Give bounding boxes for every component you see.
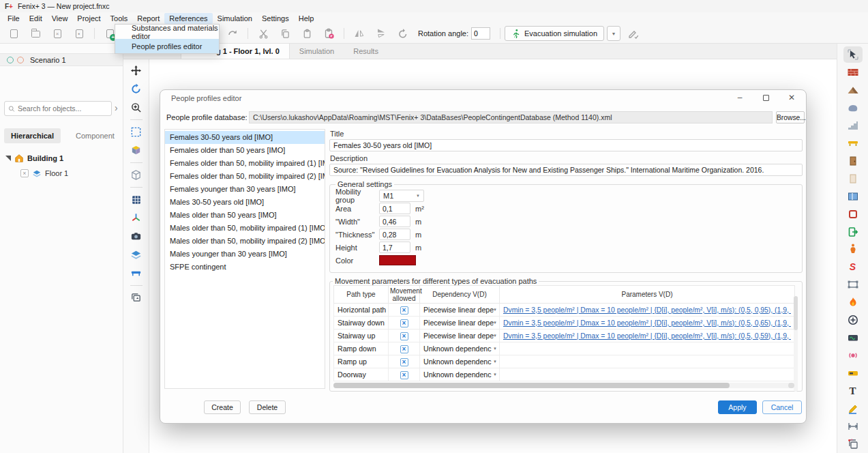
profile-list-item[interactable]: Females older than 50 years [IMO] [165,144,325,157]
axes-icon[interactable] [128,210,145,227]
flip-vertical-icon[interactable] [374,26,389,41]
profile-list-item[interactable]: Females older than 50, mobility impaired… [165,170,325,183]
parameters-link[interactable]: Dvmin = 3,5 people/m² | Dmax = 10 people… [503,332,791,340]
screenshot-icon[interactable] [128,229,145,245]
delete-icon[interactable] [321,26,336,41]
movement-allowed-checkbox[interactable]: × [400,345,408,353]
color-swatch[interactable] [379,255,416,265]
height-field[interactable] [379,242,410,253]
menu-references[interactable]: References [164,13,212,24]
furniture-tool-icon[interactable] [843,135,863,151]
flip-horizontal-icon[interactable] [352,26,367,41]
device-tool-icon[interactable] [843,365,863,381]
dependency-select[interactable]: Unknown dependenc▼ [420,342,500,355]
close-document-icon[interactable]: × [50,26,65,41]
profile-list-item[interactable]: Females older than 50, mobility impaired… [165,157,325,170]
description-field[interactable] [329,164,803,176]
chevron-right-icon[interactable]: › [115,102,118,113]
maximize-icon[interactable] [761,93,770,102]
menu-settings[interactable]: Settings [257,13,294,24]
dependency-select[interactable]: Piecewise linear depe▼ [420,330,500,342]
layers-icon[interactable] [128,247,145,263]
stairway-tool-icon[interactable] [843,117,863,134]
movement-allowed-checkbox[interactable]: × [400,306,408,315]
width-field[interactable] [379,216,410,227]
thickness-field[interactable] [379,229,410,240]
clone-tool-icon[interactable] [843,436,863,452]
dependency-select[interactable]: Piecewise linear depe▼ [420,317,500,330]
furniture-icon[interactable] [128,265,145,282]
window-tool-icon[interactable] [843,188,863,205]
fit-view-icon[interactable] [128,124,145,141]
region-tool-icon[interactable] [843,276,863,293]
tab-hierarchical[interactable]: Hierarchical [4,128,61,143]
notifier-tool-icon[interactable] [843,347,863,364]
open-folder-icon[interactable] [28,26,43,41]
floor-checkbox[interactable]: × [20,169,29,177]
fire-tool-icon[interactable] [843,294,863,310]
tree-item-floor[interactable]: × Floor 1 [20,168,68,179]
evacuation-simulation-button[interactable]: Evacuation simulation [505,26,604,41]
menu-help[interactable]: Help [294,13,319,24]
paste-icon[interactable] [299,26,314,41]
tree-item-building[interactable]: Building 1 [5,153,63,164]
parameters-link[interactable]: Dvmin = 3,5 people/m² | Dmax = 10 people… [503,306,791,314]
simulation-dropdown-button[interactable]: ▼ [607,26,620,41]
tab-simulation[interactable]: Simulation [290,44,344,59]
search-box[interactable] [4,101,112,116]
movement-allowed-checkbox[interactable]: × [400,371,408,379]
area-field[interactable] [379,203,410,214]
menu-view[interactable]: View [47,13,73,24]
dependency-select[interactable]: Unknown dependenc▼ [420,355,500,368]
movement-allowed-checkbox[interactable]: × [400,332,408,340]
profile-list-item[interactable]: SFPE contingent [165,261,325,274]
cut-icon[interactable] [256,26,271,41]
profile-list-item[interactable]: Males older than 50, mobility impaired (… [165,222,325,235]
table-horizontal-scrollbar[interactable] [333,383,794,388]
panels-icon[interactable] [128,290,145,306]
dimension-tool-icon[interactable] [843,418,863,435]
door-tool-icon[interactable] [843,153,863,169]
cube-icon[interactable] [128,143,145,159]
delete-button[interactable]: Delete [249,400,286,414]
scenario-item[interactable]: Scenario 1 [0,53,123,66]
save-document-icon[interactable]: ▪ [72,26,87,41]
profile-list-item[interactable]: Males 30-50 years old [IMO] [165,196,325,209]
zoom-icon[interactable] [128,100,145,116]
doorway-tool-icon[interactable] [843,171,863,187]
exit-tool-icon[interactable] [843,224,863,240]
sign-off-icon[interactable] [626,26,641,41]
window-titlebar[interactable]: F+ Fenix+ 3 — New project.fnxc [0,0,868,12]
text-tool-icon[interactable]: T [843,383,863,399]
menu-item-people-profiles-editor[interactable]: People profiles editor [115,39,219,53]
copy-icon[interactable] [278,26,293,41]
dependency-select[interactable]: Piecewise linear depe▼ [420,304,500,317]
hole-tool-icon[interactable] [843,206,863,222]
redo-icon[interactable] [225,26,240,41]
dependency-select[interactable]: Unknown dependenc▼ [420,368,500,381]
tab-results[interactable]: Results [344,44,388,59]
rotation-angle-input[interactable] [471,27,490,40]
target-tool-icon[interactable] [843,312,863,328]
profile-list-item[interactable]: Males younger than 30 years [IMO] [165,248,325,261]
apply-button[interactable]: Apply [718,400,757,414]
route-tool-icon[interactable]: S [843,259,863,275]
person-tool-icon[interactable] [843,241,863,257]
menu-simulation[interactable]: Simulation [213,13,257,24]
title-field[interactable] [329,139,803,151]
search-input[interactable] [18,104,108,113]
rotate-view-icon[interactable] [128,81,145,98]
table-vertical-scrollbar[interactable] [794,296,798,392]
sensor-tool-icon[interactable] [843,330,863,346]
expander-icon[interactable] [5,156,11,161]
browse-button[interactable]: Browse... [776,111,805,123]
menu-tools[interactable]: Tools [106,13,133,24]
cancel-button[interactable]: Cancel [762,400,802,414]
ramp-tool-icon[interactable] [843,82,863,98]
draw-tool-icon[interactable] [843,400,863,417]
menu-file[interactable]: File [3,13,25,24]
movement-allowed-checkbox[interactable]: × [400,358,408,366]
move-icon[interactable] [128,63,145,79]
select-tool-icon[interactable] [843,46,863,63]
movement-allowed-checkbox[interactable]: × [400,319,408,327]
